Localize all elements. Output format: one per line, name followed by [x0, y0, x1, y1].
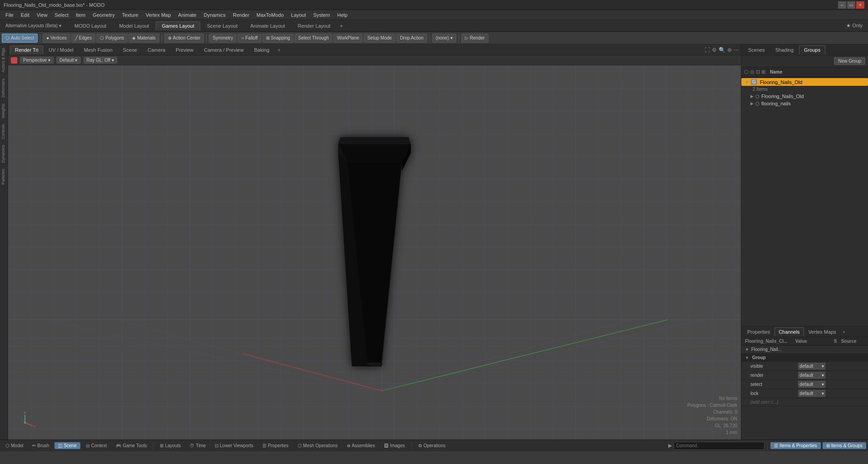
scene-icon-4[interactable]: ⊞ — [761, 69, 765, 75]
viewport-zoom-icon[interactable]: 🔍 — [719, 47, 725, 53]
menu-select[interactable]: Select — [51, 11, 72, 19]
select-value-dropdown[interactable]: default ▾ — [798, 381, 825, 388]
rb-tab-properties[interactable]: Properties — [743, 327, 774, 336]
none-dropdown-button[interactable]: (none) ▾ — [432, 34, 456, 43]
rb-tab-add[interactable]: + — [841, 329, 847, 335]
alternative-layouts-dropdown[interactable]: Alternative Layouts (Beta) ▾ — [2, 22, 65, 30]
lock-value-dropdown[interactable]: default ▾ — [798, 390, 825, 397]
snapping-button[interactable]: ⊞ Snapping — [262, 34, 294, 43]
render-button[interactable]: ▷ Render — [461, 34, 488, 43]
status-properties[interactable]: ☰ Properties — [259, 442, 292, 449]
tab-render-layout[interactable]: Render Layout — [292, 21, 336, 30]
restore-button[interactable]: ▭ — [847, 1, 855, 9]
ch-row-render[interactable]: render default ▾ — [741, 371, 868, 380]
menu-view[interactable]: View — [33, 11, 51, 19]
menu-maxtomodo[interactable]: MaxToModo — [253, 11, 287, 19]
auto-select-button[interactable]: ⬡ Auto Select — [2, 34, 38, 43]
viewport-more-icon[interactable]: ⋯ — [734, 47, 739, 53]
default-dropdown[interactable]: Default ▾ — [56, 57, 80, 64]
sidebar-tab-actors[interactable]: Actors & Rigs — [0, 44, 8, 75]
status-layouts[interactable]: ⊞ Layouts — [156, 442, 184, 449]
ch-row-lock[interactable]: lock default ▾ — [741, 389, 868, 398]
sidebar-tab-deformers[interactable]: Deformers — [0, 75, 8, 100]
status-images[interactable]: 🖼 Images — [380, 442, 409, 449]
vp-tab-uv-model[interactable]: UV / Model — [44, 45, 78, 54]
menu-dynamics[interactable]: Dynamics — [200, 11, 229, 19]
viewport-close-btn[interactable] — [11, 57, 17, 64]
visible-value-dropdown[interactable]: default ▾ — [798, 363, 825, 370]
scene-icon-3[interactable]: ⊡ — [756, 69, 760, 75]
menu-animate[interactable]: Animate — [174, 11, 200, 19]
status-lower-viewports[interactable]: ⊡ Lower Viewports — [211, 442, 257, 449]
status-operations[interactable]: ⚙ Operations — [414, 442, 449, 449]
menu-geometry[interactable]: Geometry — [89, 11, 118, 19]
status-time[interactable]: ⏱ Time — [186, 442, 209, 449]
workplane-button[interactable]: WorkPlane — [333, 34, 363, 43]
sidebar-tab-dynamics[interactable]: Dynamics — [0, 142, 8, 166]
sidebar-tab-particles[interactable]: Particles — [0, 166, 8, 188]
vp-tab-mesh-fusion[interactable]: Mesh Fusion — [79, 45, 118, 54]
menu-layout[interactable]: Layout — [287, 11, 310, 19]
edges-button[interactable]: ╱ Edges — [71, 34, 95, 43]
menu-file[interactable]: File — [2, 11, 17, 19]
menu-render[interactable]: Render — [229, 11, 253, 19]
scene-icon-1[interactable]: ⬡ — [744, 69, 749, 75]
status-tab-context[interactable]: ◎ Context — [82, 442, 110, 449]
status-items-properties[interactable]: ☰ Items & Properties — [770, 442, 820, 449]
status-tab-scene[interactable]: ◫ Scene — [54, 442, 80, 449]
ch-row-select[interactable]: select default ▾ — [741, 380, 868, 389]
select-through-button[interactable]: Select Through — [295, 34, 333, 43]
tab-scenes[interactable]: Scenes — [743, 45, 770, 54]
tab-games-layout[interactable]: Games Layout — [156, 21, 200, 30]
scene-icon-2[interactable]: ◎ — [750, 69, 755, 75]
add-viewport-tab-button[interactable]: + — [275, 47, 283, 53]
menu-vertex-map[interactable]: Vertex Map — [142, 11, 175, 19]
setup-mode-button[interactable]: Setup Mode — [364, 34, 395, 43]
tab-shading[interactable]: Shading — [770, 45, 799, 54]
vp-tab-camera[interactable]: Camera — [143, 45, 170, 54]
status-tab-brush[interactable]: ✏ Brush — [29, 442, 53, 449]
channels-root-item[interactable]: ▼ Flooring_Nail... — [741, 346, 868, 354]
status-assemblies[interactable]: ⊛ Assemblies — [343, 442, 379, 449]
tree-item-flooring-nails-old-root[interactable]: ▼ G Flooring_Nails_Old — [741, 78, 868, 86]
status-tab-game-tools[interactable]: 🎮 Game Tools — [112, 442, 150, 449]
tree-item-flooring-nails-old-mesh[interactable]: ▶ ⬡ Flooring_Nails_Old — [741, 93, 868, 100]
perspective-dropdown[interactable]: Perspective ▾ — [20, 57, 54, 64]
drop-action-button[interactable]: Drop Action — [396, 34, 427, 43]
vp-tab-scene[interactable]: Scene — [118, 45, 142, 54]
new-group-button[interactable]: New Group — [834, 57, 865, 65]
ray-gl-dropdown[interactable]: Ray GL: Off ▾ — [84, 57, 117, 64]
action-center-button[interactable]: ⊕ Action Center — [164, 34, 204, 43]
rb-tab-channels[interactable]: Channels — [774, 327, 804, 336]
menu-item[interactable]: Item — [72, 11, 89, 19]
status-mesh-operations[interactable]: ⬡ Mesh Operations — [294, 442, 341, 449]
tab-model-layout[interactable]: Model Layout — [113, 21, 155, 30]
vp-tab-render-tri[interactable]: Render Tri — [10, 45, 43, 54]
ch-row-add-user[interactable]: (add user c...) — [741, 398, 868, 406]
viewport-canvas[interactable]: X Y Z No Items Polygons : Catmull-Clark … — [8, 65, 741, 439]
viewport-camera-icon[interactable]: ⊕ — [727, 47, 732, 53]
tab-groups[interactable]: Groups — [799, 45, 825, 54]
vp-tab-baking[interactable]: Baking — [249, 45, 275, 54]
menu-edit[interactable]: Edit — [17, 11, 33, 19]
close-button[interactable]: ✕ — [856, 1, 864, 9]
vp-tab-camera-preview[interactable]: Camera / Preview — [199, 45, 248, 54]
vertices-button[interactable]: ● Vertices — [43, 34, 70, 43]
vp-tab-preview[interactable]: Preview — [171, 45, 198, 54]
tree-item-flooring-nails-mesh[interactable]: ▶ ⬡ flooring_nails — [741, 100, 868, 107]
sidebar-tab-controls[interactable]: Controls — [0, 121, 8, 142]
polygons-button[interactable]: ⬡ Polygons — [96, 34, 128, 43]
ch-row-visible[interactable]: visible default ▾ — [741, 362, 868, 371]
tab-modo-layout[interactable]: MODO Layout — [69, 21, 112, 30]
symmetry-button[interactable]: Symmetry — [209, 34, 237, 43]
viewport-settings-icon[interactable]: ⚙ — [712, 47, 717, 53]
render-value-dropdown[interactable]: default ▾ — [798, 372, 825, 379]
menu-texture[interactable]: Texture — [118, 11, 142, 19]
menu-system[interactable]: System — [310, 11, 334, 19]
tab-animate-layout[interactable]: Animate Layout — [244, 21, 291, 30]
materials-button[interactable]: ◈ Materials — [128, 34, 159, 43]
menu-help[interactable]: Help — [334, 11, 351, 19]
rb-tab-vertex-maps[interactable]: Vertex Maps — [804, 327, 840, 336]
status-tab-model[interactable]: ⬡ Model — [2, 442, 27, 449]
tab-scene-layout[interactable]: Scene Layout — [201, 21, 243, 30]
